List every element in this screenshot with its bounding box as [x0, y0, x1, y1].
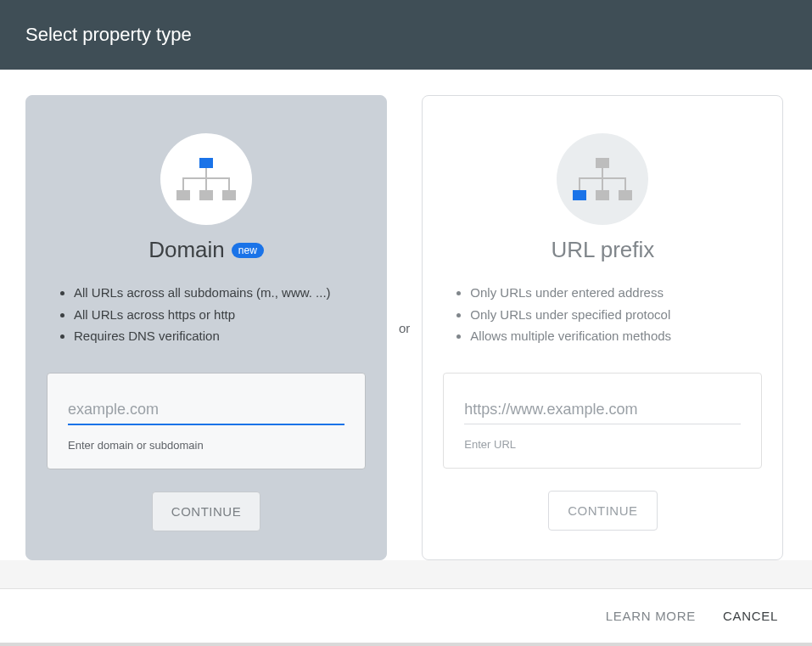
sitemap-icon — [176, 158, 236, 200]
domain-features: All URLs across all subdomains (m., www.… — [47, 282, 366, 347]
url-prefix-title: URL prefix — [551, 237, 654, 263]
dialog-footer: LEARN MORE CANCEL — [0, 588, 812, 643]
domain-feature-item: All URLs across https or http — [74, 304, 366, 326]
dialog-title: Select property type — [25, 24, 192, 46]
dialog-header: Select property type — [0, 0, 812, 70]
domain-continue-button[interactable]: CONTINUE — [152, 492, 260, 531]
sitemap-icon — [573, 158, 632, 200]
property-type-selection: Domain new All URLs across all subdomain… — [0, 70, 812, 560]
domain-card[interactable]: Domain new All URLs across all subdomain… — [25, 95, 387, 560]
footer-shadow — [0, 643, 812, 646]
cancel-button[interactable]: CANCEL — [723, 609, 778, 623]
url-prefix-feature-item: Allows multiple verification methods — [470, 325, 762, 347]
domain-feature-item: Requires DNS verification — [74, 325, 366, 347]
domain-input-helper: Enter domain or subdomain — [68, 439, 344, 452]
url-prefix-card[interactable]: URL prefix Only URLs under entered addre… — [422, 95, 783, 560]
domain-input-container: Enter domain or subdomain — [47, 373, 366, 469]
domain-icon-circle — [160, 133, 252, 225]
domain-title: Domain — [148, 237, 225, 263]
new-badge: new — [232, 243, 264, 258]
url-prefix-feature-item: Only URLs under entered address — [470, 282, 762, 304]
domain-feature-item: All URLs across all subdomains (m., www.… — [74, 282, 366, 304]
url-prefix-input-container: Enter URL — [443, 373, 762, 469]
learn-more-button[interactable]: LEARN MORE — [606, 609, 696, 623]
url-prefix-features: Only URLs under entered address Only URL… — [443, 282, 762, 347]
url-prefix-feature-item: Only URLs under specified protocol — [470, 304, 762, 326]
url-prefix-continue-button[interactable]: CONTINUE — [548, 491, 657, 531]
or-separator: or — [399, 321, 410, 335]
domain-input[interactable] — [68, 396, 344, 425]
url-prefix-input[interactable] — [464, 396, 741, 424]
url-prefix-input-helper: Enter URL — [464, 438, 741, 451]
url-prefix-icon-circle — [557, 133, 648, 225]
